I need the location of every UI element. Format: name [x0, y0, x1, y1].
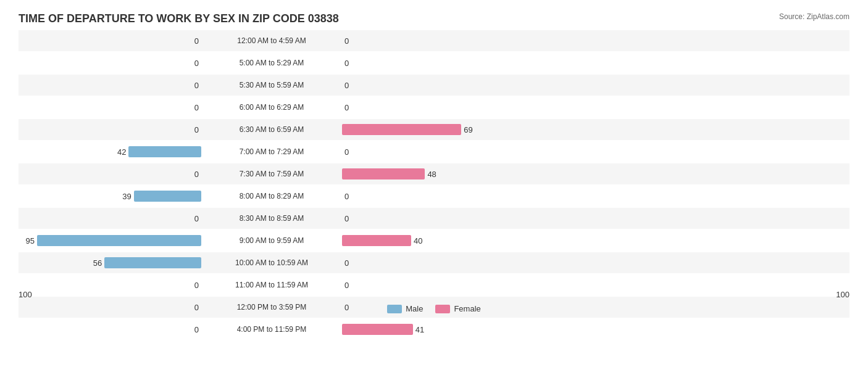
left-section: 0 — [19, 168, 204, 179]
female-bar — [342, 324, 413, 335]
chart-container: TIME OF DEPARTURE TO WORK BY SEX IN ZIP … — [0, 0, 868, 367]
female-value: 0 — [344, 214, 349, 223]
male-value: 0 — [194, 81, 199, 90]
table-row: 05:30 AM to 5:59 AM0 — [19, 75, 849, 96]
male-value: 0 — [194, 170, 199, 179]
chart-title: TIME OF DEPARTURE TO WORK BY SEX IN ZIP … — [19, 12, 849, 25]
male-value: 95 — [26, 236, 35, 245]
bottom-area: 100 100 Male Female — [19, 289, 849, 313]
female-value: 48 — [427, 170, 436, 179]
right-section: 48 — [340, 168, 525, 179]
time-label: 7:00 AM to 7:29 AM — [204, 147, 340, 156]
main-chart: 012:00 AM to 4:59 AM005:00 AM to 5:29 AM… — [19, 30, 849, 305]
time-label: 12:00 AM to 4:59 AM — [204, 36, 340, 45]
table-row: 06:00 AM to 6:29 AM0 — [19, 97, 849, 118]
legend-male: Male — [387, 304, 423, 313]
legend-male-label: Male — [406, 304, 423, 313]
right-section: 0 — [340, 146, 525, 157]
female-value: 0 — [344, 103, 349, 112]
table-row: 398:00 AM to 8:29 AM0 — [19, 186, 849, 207]
male-value: 0 — [194, 36, 199, 46]
legend-male-color — [387, 305, 402, 313]
legend-female-label: Female — [454, 304, 480, 313]
right-section: 0 — [340, 80, 525, 91]
time-label: 10:00 AM to 10:59 AM — [204, 258, 340, 267]
left-section: 0 — [19, 102, 204, 113]
axis-labels: 100 100 — [19, 290, 849, 299]
right-section: 0 — [340, 191, 525, 202]
time-label: 5:00 AM to 5:29 AM — [204, 59, 340, 67]
time-label: 8:00 AM to 8:29 AM — [204, 192, 340, 200]
time-label: 9:00 AM to 9:59 AM — [204, 236, 340, 245]
male-value: 56 — [93, 258, 102, 268]
right-section: 69 — [340, 124, 525, 135]
right-section: 40 — [340, 235, 525, 246]
female-value: 0 — [344, 192, 349, 201]
left-section: 95 — [19, 235, 204, 246]
left-section: 39 — [19, 191, 204, 202]
right-section: 0 — [340, 35, 525, 46]
male-bar — [128, 146, 201, 157]
male-bar — [104, 257, 201, 268]
right-section: 41 — [340, 324, 525, 335]
left-section: 0 — [19, 324, 204, 335]
left-section: 0 — [19, 57, 204, 68]
female-value: 40 — [414, 236, 422, 245]
female-bar — [342, 168, 425, 179]
legend-area: Male Female — [19, 304, 849, 313]
time-label: 4:00 PM to 11:59 PM — [204, 325, 340, 334]
table-row: 08:30 AM to 8:59 AM0 — [19, 208, 849, 229]
time-label: 5:30 AM to 5:59 AM — [204, 81, 340, 89]
female-value: 41 — [415, 325, 424, 334]
right-section: 0 — [340, 257, 525, 268]
female-value: 0 — [344, 59, 349, 68]
male-value: 0 — [194, 103, 199, 112]
female-value: 0 — [344, 81, 349, 90]
left-section: 0 — [19, 35, 204, 46]
rows-container: 012:00 AM to 4:59 AM005:00 AM to 5:29 AM… — [19, 30, 849, 286]
axis-label-left: 100 — [19, 290, 32, 299]
male-bar — [37, 235, 201, 246]
source-text: Source: ZipAtlas.com — [779, 12, 849, 21]
left-section: 0 — [19, 80, 204, 91]
left-section: 56 — [19, 257, 204, 268]
table-row: 05:00 AM to 5:29 AM0 — [19, 52, 849, 73]
male-bar — [134, 191, 201, 202]
time-label: 8:30 AM to 8:59 AM — [204, 214, 340, 223]
male-value: 39 — [122, 192, 131, 201]
right-section: 0 — [340, 102, 525, 113]
male-value: 42 — [117, 147, 126, 157]
time-label: 11:00 AM to 11:59 AM — [204, 281, 340, 289]
left-section: 0 — [19, 213, 204, 224]
left-section: 42 — [19, 146, 204, 157]
female-value: 69 — [464, 125, 472, 134]
table-row: 5610:00 AM to 10:59 AM0 — [19, 252, 849, 273]
male-value: 0 — [194, 214, 199, 223]
female-value: 0 — [344, 258, 349, 268]
legend-female: Female — [435, 304, 480, 313]
table-row: 012:00 AM to 4:59 AM0 — [19, 30, 849, 51]
legend-female-color — [435, 305, 450, 313]
axis-label-right: 100 — [836, 290, 849, 299]
female-value: 0 — [344, 147, 349, 157]
right-section: 0 — [340, 213, 525, 224]
table-row: 427:00 AM to 7:29 AM0 — [19, 141, 849, 162]
table-row: 959:00 AM to 9:59 AM40 — [19, 230, 849, 251]
table-row: 04:00 PM to 11:59 PM41 — [19, 319, 849, 340]
female-bar — [342, 235, 411, 246]
time-label: 6:30 AM to 6:59 AM — [204, 125, 340, 134]
left-section: 0 — [19, 124, 204, 135]
time-label: 7:30 AM to 7:59 AM — [204, 170, 340, 178]
table-row: 07:30 AM to 7:59 AM48 — [19, 163, 849, 184]
female-bar — [342, 124, 461, 135]
male-value: 0 — [194, 325, 199, 334]
table-row: 06:30 AM to 6:59 AM69 — [19, 119, 849, 140]
female-value: 0 — [344, 36, 349, 46]
male-value: 0 — [194, 125, 199, 134]
male-value: 0 — [194, 59, 199, 68]
time-label: 6:00 AM to 6:29 AM — [204, 103, 340, 112]
right-section: 0 — [340, 57, 525, 68]
